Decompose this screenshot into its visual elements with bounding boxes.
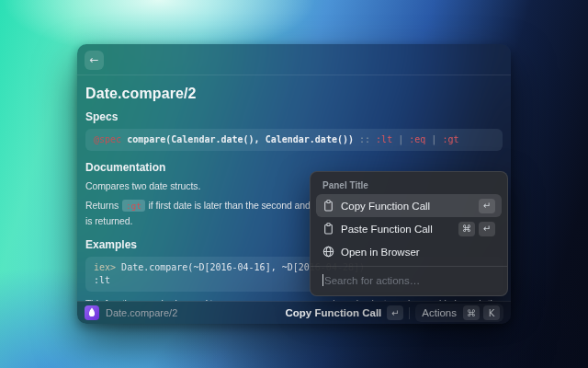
desktop-background: ← Date.compare/2 Specs @spec compare(Cal… xyxy=(0,0,588,368)
status-bar-divider xyxy=(409,307,410,319)
clipboard-icon xyxy=(322,223,334,235)
action-item-label: Open in Browser xyxy=(341,247,420,258)
elixir-drop-icon xyxy=(85,305,99,320)
window-header: ← xyxy=(77,44,511,75)
actions-button[interactable]: Actions ⌘ K xyxy=(415,304,503,322)
action-panel: Panel Title Copy Function Call ↵ Paste F… xyxy=(310,171,508,296)
page-title: Date.compare/2 xyxy=(85,86,503,102)
code-token-atom-eq: :eq xyxy=(409,134,425,144)
action-item-paste-function-call[interactable]: Paste Function Call ⌘ ↵ xyxy=(316,217,502,240)
back-button[interactable]: ← xyxy=(85,51,104,70)
action-item-keys: ⌘ ↵ xyxy=(458,222,495,236)
action-item-keys: ↵ xyxy=(479,199,495,213)
code-token-atom-lt: :lt xyxy=(376,134,392,144)
return-key-badge: ↵ xyxy=(479,222,495,236)
doc-text: Returns xyxy=(85,200,119,211)
primary-action-button[interactable]: Copy Function Call xyxy=(286,307,382,318)
command-key-badge: ⌘ xyxy=(463,305,480,320)
search-actions-input[interactable] xyxy=(322,275,495,286)
section-heading-specs: Specs xyxy=(85,110,503,123)
action-item-label: Copy Function Call xyxy=(341,201,430,212)
doc-text: is returned. xyxy=(85,215,132,226)
code-token-atom-gt: :gt xyxy=(442,134,458,144)
action-item-label: Paste Function Call xyxy=(341,224,433,235)
doc-note-paragraph: This function can also be used to compar… xyxy=(85,296,503,301)
doc-text: if first date is later than the second a… xyxy=(149,200,311,211)
globe-icon xyxy=(322,246,334,258)
back-arrow-icon: ← xyxy=(89,53,98,66)
text-cursor xyxy=(322,274,323,286)
clipboard-icon xyxy=(322,200,334,212)
inline-code-gt: :gt xyxy=(122,200,145,212)
code-token-signature: compare(Calendar.date(), Calendar.date()… xyxy=(127,134,354,144)
actions-label: Actions xyxy=(419,307,459,318)
status-bar: Date.compare/2 Copy Function Call ↵ Acti… xyxy=(77,301,511,324)
action-search-row[interactable] xyxy=(311,266,507,293)
code-token-keyword: @spec xyxy=(94,134,121,144)
status-app-label: Date.compare/2 xyxy=(106,307,177,318)
return-key-badge: ↵ xyxy=(387,305,403,320)
k-key-badge: K xyxy=(483,305,500,320)
code-token-doublecolon: :: xyxy=(359,134,370,144)
status-bar-right: Copy Function Call ↵ Actions ⌘ K xyxy=(286,304,504,322)
spec-code-block: @spec compare(Calendar.date(), Calendar.… xyxy=(85,129,503,151)
action-item-copy-function-call[interactable]: Copy Function Call ↵ xyxy=(316,194,502,217)
action-item-open-in-browser[interactable]: Open in Browser xyxy=(316,240,502,263)
action-panel-title: Panel Title xyxy=(316,178,502,194)
command-key-badge: ⌘ xyxy=(458,222,475,236)
return-key-badge: ↵ xyxy=(479,199,495,213)
